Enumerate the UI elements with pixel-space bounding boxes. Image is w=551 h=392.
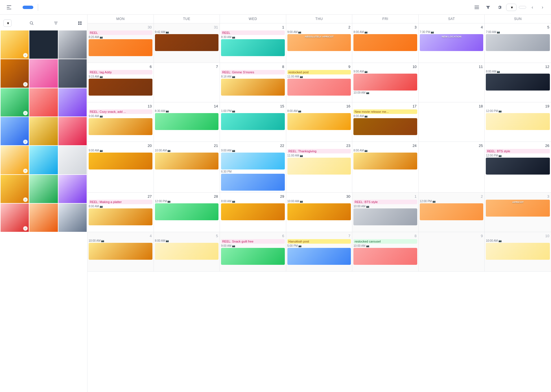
calendar-cell[interactable]: 3APRICOT [485, 193, 551, 232]
day-number: 8 [353, 233, 417, 239]
calendar-cell[interactable]: 410:00 AM 📷 [88, 232, 154, 272]
calendar-cell[interactable]: 29:00 AM 📷ABSOLUTELY APRICOT [286, 23, 353, 63]
calendar-event-badge[interactable]: REEL: Cozy snack, add ... [89, 109, 152, 114]
sidebar-image-item[interactable]: ✓ [1, 88, 29, 116]
sidebar-image-item[interactable] [58, 204, 87, 232]
sidebar-image-item[interactable] [58, 30, 87, 59]
calendar-cell[interactable]: 9restocked post11:00 AM 📷 [286, 63, 353, 102]
svg-rect-1 [7, 7, 10, 8]
calendar-cell[interactable]: 17New movie release me...8:00 AM 📷 [352, 102, 419, 142]
event-time: 8:00 AM 📷 [353, 30, 417, 34]
calendar-cell[interactable]: 128:00 AM 📷 [485, 63, 551, 102]
day-number: 26 [486, 143, 550, 149]
settings-button[interactable] [495, 3, 504, 12]
calendar-cell[interactable]: 18 [419, 102, 485, 142]
calendar-cell[interactable]: 1912:00 PM 📷 [485, 102, 551, 142]
sidebar-sort-button[interactable] [52, 19, 60, 27]
calendar-cell[interactable]: 57:00 AM 📷 [485, 23, 551, 63]
calendar-cell[interactable]: 23REEL: Thanksgiving11:00 AM 📷 [286, 142, 353, 193]
calendar-event-badge[interactable]: Hanukkah post [287, 239, 351, 244]
calendar-cell[interactable]: 151:00 PM 📷 [220, 102, 286, 142]
svg-rect-11 [78, 21, 80, 23]
day-number: 29 [221, 194, 285, 200]
sidebar-image-item[interactable]: ✓ [1, 117, 29, 145]
calendar-cell[interactable]: 209:00 AM 📷 [88, 142, 154, 193]
calendar-event-badge[interactable]: New movie release me... [353, 109, 417, 114]
sidebar-image-item[interactable]: ✓ [1, 146, 29, 174]
sidebar-toggle-button[interactable] [5, 3, 14, 12]
list-view-button[interactable] [472, 3, 481, 12]
calendar-cell[interactable]: 1REEL8:30 AM 📷 [220, 23, 286, 63]
calendar-cell[interactable]: 1REEL: BTS style10:00 AM 📷 [352, 193, 419, 232]
calendar-event-badge[interactable]: REEL: Thanksgiving [287, 149, 351, 153]
calendar-cell[interactable]: 11 [419, 63, 485, 102]
calendar-event-badge[interactable]: restocked post [287, 70, 351, 74]
calendar-cell[interactable]: 26REEL: BTS style12:00 PM 📷 [485, 142, 551, 193]
calendar-event-badge[interactable]: REEL [89, 30, 152, 35]
chevron-down-icon: ▾ [511, 5, 513, 10]
calendar-cell[interactable]: 30REEL8:20 AM 📷 [88, 23, 154, 63]
calendar-event-badge[interactable]: REEL [221, 30, 285, 35]
calendar-cell[interactable]: 27REEL: Making a platter8:00 AM 📷 [88, 193, 154, 232]
next-month-button[interactable]: › [539, 3, 546, 11]
sidebar-image-item[interactable]: ✓ [1, 204, 29, 232]
sidebar-image-item[interactable]: ✓ [1, 30, 29, 59]
sidebar-image-item[interactable] [29, 146, 58, 174]
sidebar-grid-view-button[interactable] [76, 19, 84, 27]
calendar-cell[interactable]: 47:30 PM 📷NEW LOCATION [419, 23, 485, 63]
prev-month-button[interactable]: ‹ [528, 3, 536, 11]
calendar-cell[interactable]: 168:00 AM 📷 [286, 102, 353, 142]
sidebar-image-item[interactable] [58, 146, 87, 174]
calendar-cell[interactable]: 2812:00 PM 📷 [154, 193, 220, 232]
calendar-event-badge[interactable]: REEL: BTS style [486, 149, 550, 153]
calendar-cell[interactable]: 38:00 AM 📷 [352, 23, 419, 63]
grid-icon [78, 21, 82, 25]
new-button[interactable] [23, 6, 33, 9]
calendar-cell[interactable]: 6REEL: tag Addy9:15 AM 📷 [88, 63, 154, 102]
sidebar-image-item[interactable] [29, 204, 58, 232]
sidebar-image-item[interactable] [58, 59, 87, 87]
calendar-cell[interactable]: 248:00 AM 📷 [352, 142, 419, 193]
calendar-event-badge[interactable]: REEL: Making a platter [89, 200, 152, 204]
calendar-cell[interactable]: 58:00 AM 📷 [154, 232, 220, 272]
calendar-cell[interactable]: 7 [154, 63, 220, 102]
sidebar-image-item[interactable] [29, 30, 58, 59]
calendar-cell[interactable]: 3010:00 AM 📷 [286, 193, 353, 232]
calendar-cell[interactable]: 229:00 AM 📷6:30 PM [220, 142, 286, 193]
sidebar-search-button[interactable] [28, 19, 36, 27]
sidebar-image-item[interactable]: ✓ [1, 175, 29, 203]
filter-all-dropdown[interactable]: ▾ [3, 19, 12, 27]
calendar-event-badge[interactable]: REEL: tag Addy [89, 70, 152, 74]
calendar-cell[interactable]: 109:00 AM 📷10:09 AM 📷 [352, 63, 419, 102]
calendar-event-badge[interactable]: REEL: Snack guilt free [221, 239, 285, 244]
calendar-cell[interactable]: 8REEL: Gimme S'mores8:18 AM 📷 [220, 63, 286, 102]
sidebar-image-item[interactable] [58, 117, 87, 145]
calendar-cell[interactable]: 8restocked carousel10:00 AM 📷 [352, 232, 419, 272]
sidebar-image-item[interactable] [29, 117, 58, 145]
calendar-event-badge[interactable]: REEL: BTS style [353, 200, 417, 204]
calendar-cell[interactable]: 319:42 AM 📷 [154, 23, 220, 63]
calendar-cell[interactable]: 2110:00 AM 📷 [154, 142, 220, 193]
sidebar-image-item[interactable] [58, 175, 87, 203]
today-button[interactable] [519, 6, 526, 9]
calendar-event-badge[interactable]: restocked carousel [353, 239, 417, 244]
sidebar-image-item[interactable]: ✓ [1, 59, 29, 87]
calendar-cell[interactable]: 1010:00 AM 📷 [485, 232, 551, 272]
calendar-cell[interactable]: 148:30 AM 📷 [154, 102, 220, 142]
sidebar-image-item[interactable] [29, 175, 58, 203]
filter-button[interactable] [484, 3, 493, 12]
sidebar-image-item[interactable] [29, 59, 58, 87]
calendar-cell[interactable]: 212:00 PM 📷 [419, 193, 485, 232]
calendar-cell[interactable]: 13REEL: Cozy snack, add ...9:00 AM 📷 [88, 102, 154, 142]
calendar-cell[interactable]: 25 [419, 142, 485, 193]
calendar-cell[interactable]: 9 [419, 232, 485, 272]
sidebar-image-item[interactable] [58, 88, 87, 116]
calendar-cell[interactable]: 6REEL: Snack guilt free9:00 AM 📷 [220, 232, 286, 272]
calendar-cell[interactable]: 298:00 AM 📷 [220, 193, 286, 232]
month-view-button[interactable]: ▾ [506, 4, 517, 11]
event-time: 8:00 AM 📷 [353, 149, 417, 152]
sidebar-image-item[interactable] [29, 88, 58, 116]
calendar-cell[interactable]: 7Hanukkah post5:00 PM 📷 [286, 232, 353, 272]
event-thumbnail [221, 248, 285, 265]
calendar-event-badge[interactable]: REEL: Gimme S'mores [221, 70, 285, 74]
